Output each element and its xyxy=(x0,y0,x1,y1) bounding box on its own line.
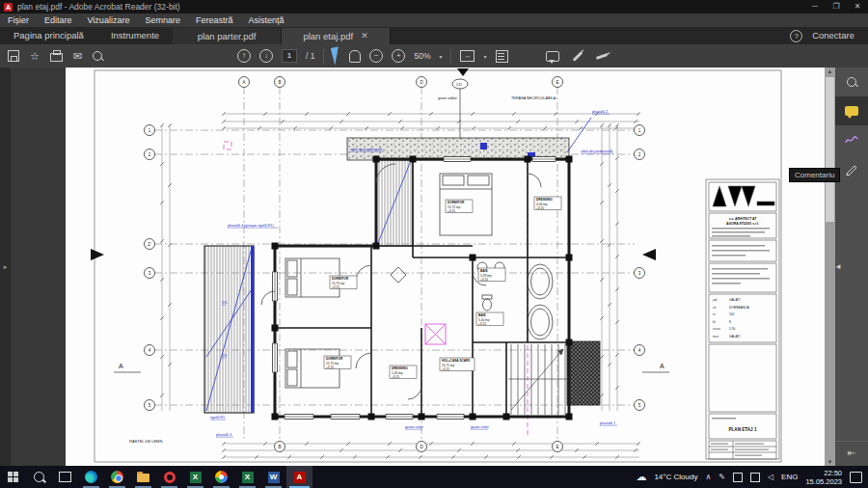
taskbar-google-app[interactable] xyxy=(208,466,234,488)
comment-panel-icon[interactable] xyxy=(835,96,868,125)
tray-icon[interactable] xyxy=(733,473,743,482)
svg-text:DORMITOR: DORMITOR xyxy=(332,277,349,281)
blue-annotation: geam volet xyxy=(405,425,424,429)
pdf-page[interactable]: ABDEBDE122'34512345DORMITOR15,72 mp+3,15… xyxy=(66,68,825,466)
titleblock-field-value: 1:50 xyxy=(729,327,735,331)
star-icon[interactable]: ☆ xyxy=(30,44,40,68)
titleblock-field-value: DOMNEASCA xyxy=(729,306,749,310)
pencil-tool-icon[interactable] xyxy=(573,51,583,62)
tab-tools[interactable]: Instrumente xyxy=(97,27,173,44)
scroll-down-icon[interactable]: ▼ xyxy=(825,459,835,465)
minimize-button[interactable]: ─ xyxy=(804,0,826,14)
zoom-caret-icon[interactable]: ▾ xyxy=(439,53,442,60)
task-view-button[interactable] xyxy=(52,466,78,488)
folder-icon xyxy=(137,474,149,482)
titleblock-field-label: jud: xyxy=(712,298,718,302)
titleblock-field-label: nr: xyxy=(713,312,717,316)
svg-text:15,72 mp: 15,72 mp xyxy=(448,205,461,209)
grid-bubble: B xyxy=(275,442,285,452)
tray-pen-icon[interactable]: ✎ xyxy=(719,473,725,481)
hand-tool-icon[interactable] xyxy=(349,50,361,63)
tray-chevron-icon[interactable]: ∧ xyxy=(705,473,711,481)
menu-item-2[interactable]: Vizualizare xyxy=(80,14,138,27)
taskbar-excel-2[interactable]: X xyxy=(234,466,260,488)
connect-link[interactable]: Conectare xyxy=(812,27,854,44)
comment-tool-icon[interactable] xyxy=(546,51,559,62)
start-button[interactable] xyxy=(0,466,26,488)
notification-center-icon[interactable] xyxy=(850,472,862,483)
maximize-button[interactable]: ❐ xyxy=(826,0,847,14)
taskbar-word[interactable]: W xyxy=(260,466,286,488)
find-icon[interactable] xyxy=(93,51,102,61)
weather-cloud-icon: ☁ xyxy=(636,471,646,483)
help-icon[interactable]: ? xyxy=(790,30,802,42)
svg-text:A: A xyxy=(242,80,245,85)
taskbar-chrome[interactable] xyxy=(104,466,130,488)
svg-text:+3,15: +3,15 xyxy=(392,375,399,379)
tab-home[interactable]: Pagina principală xyxy=(0,27,97,44)
svg-text:pluvială 1: pluvială 1 xyxy=(600,421,615,425)
email-icon[interactable]: ✉ xyxy=(73,44,82,68)
plan-label: RASTEL DE LEMN xyxy=(129,439,162,444)
search-panel-icon[interactable] xyxy=(835,68,868,96)
print-icon[interactable] xyxy=(50,53,63,62)
zoom-out-icon[interactable]: − xyxy=(369,49,383,63)
doc-tab-0[interactable]: plan parter.pdf xyxy=(173,28,282,44)
panel-expand-icon[interactable]: ⇤ xyxy=(835,441,868,458)
close-tab-icon[interactable]: ✕ xyxy=(361,28,368,44)
fill-sign-tool-icon[interactable] xyxy=(596,53,608,60)
page-number-input[interactable]: 1 xyxy=(282,49,297,63)
blue-annotation: pluvială 4 (groapa rigolă R1) xyxy=(228,224,278,228)
page-display-icon[interactable] xyxy=(496,50,508,63)
menu-item-5[interactable]: Asistență xyxy=(240,14,291,27)
main-toolbar: ☆ ✉ ↑ ↓ 1 / 1 − + 50% ▾ ↔ ▾ xyxy=(0,44,868,68)
nav-pane-collapsed[interactable]: ▸ xyxy=(0,68,11,466)
page-down-icon[interactable]: ↓ xyxy=(259,49,273,63)
menu-item-3[interactable]: Semnare xyxy=(137,14,188,27)
fit-width-icon[interactable]: ↔ xyxy=(460,50,475,62)
room-label: BAIE5,93 mp+3,15 xyxy=(478,268,505,282)
taskbar-clock[interactable]: 22:50 15.05.2023 xyxy=(805,469,842,486)
svg-text:sifon de pardoseală: sifon de pardoseală xyxy=(581,149,613,153)
taskbar-excel[interactable]: X xyxy=(182,466,208,488)
menu-item-0[interactable]: Fișier xyxy=(0,14,37,27)
doc-tab-1[interactable]: plan etaj.pdf✕ xyxy=(282,28,391,44)
fill-sign-panel-icon[interactable] xyxy=(835,125,868,154)
menu-bar: FișierEditareVizualizareSemnareFereastră… xyxy=(0,14,868,27)
svg-text:+3,15: +3,15 xyxy=(536,206,544,210)
weather-text[interactable]: 14°C Cloudy xyxy=(654,473,697,481)
scrollbar-thumb[interactable] xyxy=(826,77,834,222)
toilet xyxy=(483,299,492,311)
titleblock-field-value: 102 xyxy=(729,312,735,316)
chrome-icon xyxy=(111,471,123,483)
menu-item-1[interactable]: Editare xyxy=(37,14,80,27)
svg-text:15,75 mp: 15,75 mp xyxy=(332,282,345,285)
taskbar-search-button[interactable] xyxy=(26,466,52,488)
zoom-in-icon[interactable]: + xyxy=(392,49,405,63)
windows-taskbar: X X W A ☁ 14°C Cloudy ∧ ✎ ◁ ENG 22:50 15… xyxy=(0,466,868,488)
tray-volume-icon[interactable]: ◁ xyxy=(768,473,773,481)
blue-annotation: 5% xyxy=(222,301,228,305)
language-indicator[interactable]: ENG xyxy=(781,473,798,481)
taskbar-file-explorer[interactable] xyxy=(130,466,156,488)
excel-icon: X xyxy=(190,472,202,483)
page-up-icon[interactable]: ↑ xyxy=(237,49,251,63)
scroll-up-icon[interactable]: ▲ xyxy=(825,68,835,74)
tray-icon[interactable] xyxy=(750,473,760,482)
close-button[interactable]: ✕ xyxy=(847,0,868,14)
taskbar-acrobat[interactable]: A xyxy=(286,466,312,488)
taskbar-opera[interactable] xyxy=(156,466,182,488)
taskbar-edge[interactable] xyxy=(78,466,104,488)
save-icon[interactable] xyxy=(8,50,19,62)
fit-caret-icon[interactable]: ▾ xyxy=(483,53,486,60)
grid-bubble: 2 xyxy=(635,149,645,160)
panel-collapse-icon[interactable]: ◄ xyxy=(834,262,842,271)
windows xyxy=(273,157,556,420)
menu-item-4[interactable]: Fereastră xyxy=(188,14,241,27)
grid-bubble: 4 xyxy=(635,345,645,356)
svg-text:+3,15: +3,15 xyxy=(442,367,449,371)
zoom-level-dropdown[interactable]: 50% xyxy=(414,51,430,61)
page-total: / 1 xyxy=(306,51,314,61)
select-tool-icon[interactable] xyxy=(331,46,342,65)
grid-bubble: D xyxy=(417,442,427,452)
